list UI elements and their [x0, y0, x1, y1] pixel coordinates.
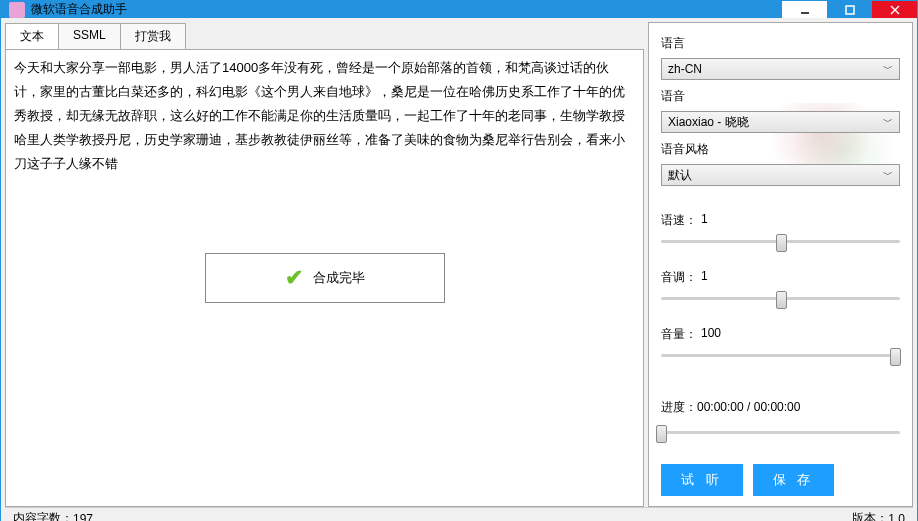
left-column: 文本 SSML 打赏我 ✔ 合成完毕	[5, 22, 644, 507]
chevron-down-icon: ﹀	[883, 168, 893, 182]
volume-slider[interactable]	[661, 345, 900, 365]
titlebar[interactable]: 微软语音合成助手	[1, 1, 917, 18]
version-label: 版本：	[852, 510, 888, 521]
style-select[interactable]: 默认 ﹀	[661, 164, 900, 186]
pitch-slider[interactable]	[661, 288, 900, 308]
svg-rect-1	[846, 6, 854, 14]
app-icon	[9, 2, 25, 18]
check-icon: ✔	[285, 265, 303, 291]
version-value: 1.0	[888, 512, 905, 522]
window-title: 微软语音合成助手	[31, 1, 782, 18]
statusbar: 内容字数： 197 版本： 1.0	[5, 507, 913, 521]
chevron-down-icon: ﹀	[883, 62, 893, 76]
volume-value: 100	[701, 326, 721, 343]
app-window: 微软语音合成助手 文本 SSML 打赏我 ✔ 合成完毕	[0, 0, 918, 521]
save-button[interactable]: 保 存	[753, 464, 835, 496]
tab-strip: 文本 SSML 打赏我	[5, 22, 644, 49]
toast-message: 合成完毕	[313, 269, 365, 287]
status-toast: ✔ 合成完毕	[205, 253, 445, 303]
voice-select[interactable]: Xiaoxiao - 晓晓 ﹀	[661, 111, 900, 133]
rate-label: 语速：	[661, 212, 697, 229]
rate-slider[interactable]	[661, 231, 900, 251]
tab-text[interactable]: 文本	[5, 23, 59, 50]
volume-label: 音量：	[661, 326, 697, 343]
language-label: 语言	[661, 35, 900, 52]
listen-button[interactable]: 试 听	[661, 464, 743, 496]
charcount-label: 内容字数：	[13, 510, 73, 521]
pitch-value: 1	[701, 269, 708, 286]
language-select[interactable]: zh-CN ﹀	[661, 58, 900, 80]
style-label: 语音风格	[661, 141, 900, 158]
progress-slider[interactable]	[661, 422, 900, 442]
close-button[interactable]	[872, 1, 917, 18]
window-buttons	[782, 1, 917, 18]
rate-value: 1	[701, 212, 708, 229]
settings-panel: 语言 zh-CN ﹀ 语音 Xiaoxiao - 晓晓 ﹀ 语音风格 默认 ﹀ …	[648, 22, 913, 507]
charcount-value: 197	[73, 512, 93, 522]
progress-value: 00:00:00 / 00:00:00	[697, 400, 800, 414]
minimize-button[interactable]	[782, 1, 827, 18]
pitch-label: 音调：	[661, 269, 697, 286]
chevron-down-icon: ﹀	[883, 115, 893, 129]
progress-label: 进度：	[661, 400, 697, 414]
maximize-button[interactable]	[827, 1, 872, 18]
client-area: 文本 SSML 打赏我 ✔ 合成完毕 语言 zh-CN ﹀	[1, 18, 917, 521]
tab-donate[interactable]: 打赏我	[121, 23, 186, 50]
tab-ssml[interactable]: SSML	[59, 23, 121, 50]
voice-label: 语音	[661, 88, 900, 105]
